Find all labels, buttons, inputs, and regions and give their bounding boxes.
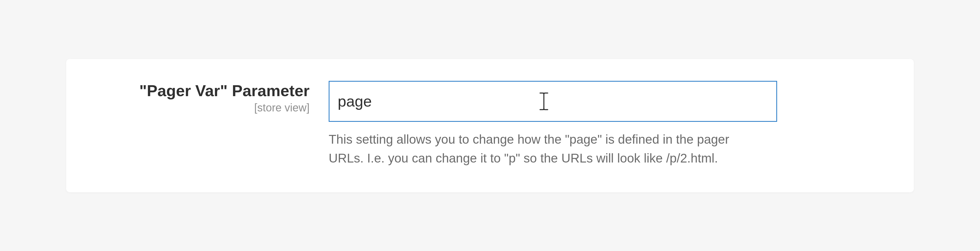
field-note: This setting allows you to change how th… [329,130,758,168]
field-label: "Pager Var" Parameter [99,81,310,101]
field-label-column: "Pager Var" Parameter [store view] [99,81,310,114]
pager-var-input[interactable] [329,81,777,122]
field-scope: [store view] [99,102,310,114]
field-row-pager-var: "Pager Var" Parameter [store view] This … [99,81,881,168]
field-value-column: This setting allows you to change how th… [329,81,777,168]
config-panel: "Pager Var" Parameter [store view] This … [66,59,914,192]
input-wrap [329,81,777,122]
